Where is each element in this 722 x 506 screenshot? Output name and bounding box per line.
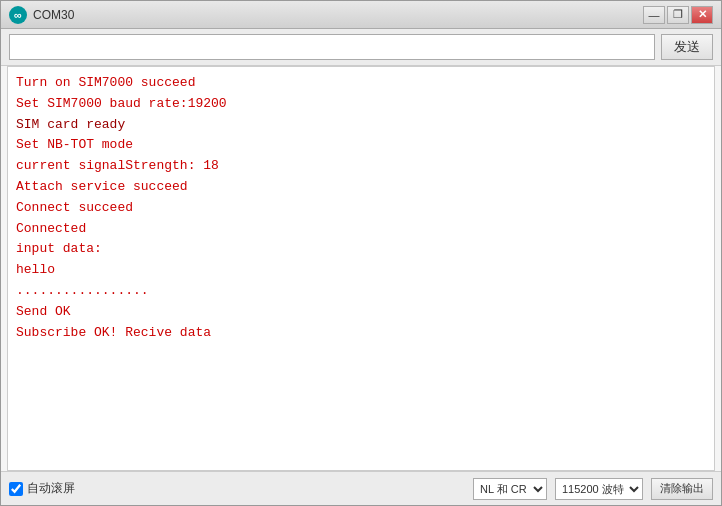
console-line: input data: — [16, 239, 706, 260]
autoscroll-text: 自动滚屏 — [27, 480, 75, 497]
command-input[interactable] — [9, 34, 655, 60]
window-title: COM30 — [33, 8, 643, 22]
console-line: ................. — [16, 281, 706, 302]
console-line: current signalStrength: 18 — [16, 156, 706, 177]
restore-button[interactable]: ❐ — [667, 6, 689, 24]
line-ending-dropdown[interactable]: NL 和 CR — [473, 478, 547, 500]
console-line: Subscribe OK! Recive data — [16, 323, 706, 344]
console-line: SIM card ready — [16, 115, 706, 136]
autoscroll-checkbox[interactable] — [9, 482, 23, 496]
console-line: hello — [16, 260, 706, 281]
title-bar: COM30 — ❐ ✕ — [1, 1, 721, 29]
console-line: Connect succeed — [16, 198, 706, 219]
app-icon — [9, 6, 27, 24]
send-button[interactable]: 发送 — [661, 34, 713, 60]
close-button[interactable]: ✕ — [691, 6, 713, 24]
console-line: Attach service succeed — [16, 177, 706, 198]
baud-rate-dropdown[interactable]: 115200 波特 — [555, 478, 643, 500]
clear-button[interactable]: 清除输出 — [651, 478, 713, 500]
console-line: Set SIM7000 baud rate:19200 — [16, 94, 706, 115]
main-window: COM30 — ❐ ✕ 发送 Turn on SIM7000 succeedSe… — [0, 0, 722, 506]
window-controls: — ❐ ✕ — [643, 6, 713, 24]
console-line: Send OK — [16, 302, 706, 323]
console-output: Turn on SIM7000 succeedSet SIM7000 baud … — [7, 66, 715, 471]
statusbar: 自动滚屏 NL 和 CR 115200 波特 清除输出 — [1, 471, 721, 505]
toolbar: 发送 — [1, 29, 721, 66]
console-line: Set NB-TOT mode — [16, 135, 706, 156]
autoscroll-label[interactable]: 自动滚屏 — [9, 480, 75, 497]
console-line: Connected — [16, 219, 706, 240]
console-line: Turn on SIM7000 succeed — [16, 73, 706, 94]
minimize-button[interactable]: — — [643, 6, 665, 24]
